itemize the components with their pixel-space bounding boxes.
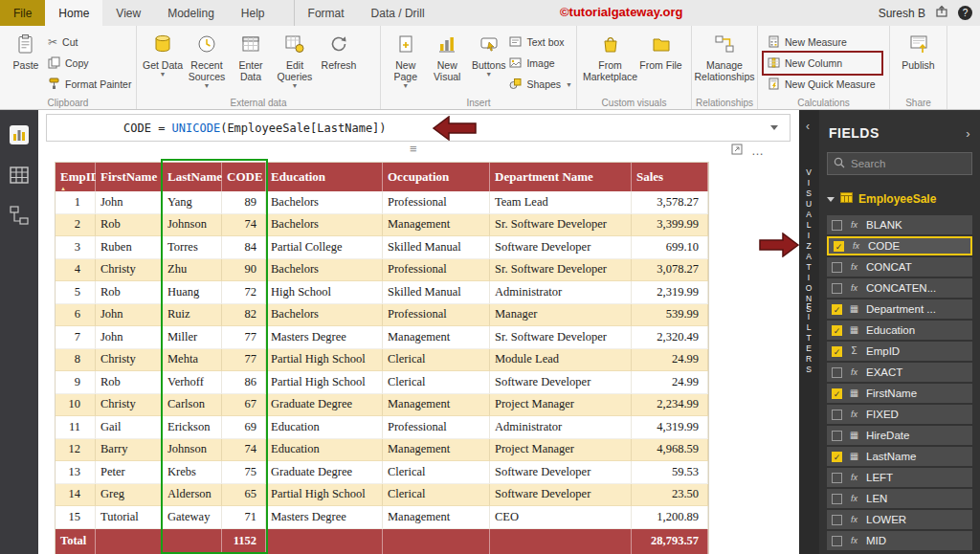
table-cell[interactable]: Manager — [490, 304, 632, 327]
text-box-button[interactable]: Text box — [509, 33, 572, 51]
new-quick-measure-button[interactable]: New Quick Measure — [768, 76, 876, 93]
table-cell[interactable]: 4,968.59 — [632, 439, 708, 462]
checkbox-unchecked[interactable] — [832, 410, 842, 420]
table-header-cell[interactable]: Department Name — [490, 163, 632, 191]
table-cell[interactable]: 3,578.27 — [632, 191, 708, 214]
tab-data-drill[interactable]: Data / Drill — [358, 0, 438, 26]
table-header-cell[interactable]: EmpID▲ — [56, 163, 96, 191]
report-view-button[interactable] — [8, 123, 31, 146]
table-row[interactable]: 2RobJohnson74BachelorsManagementSr. Soft… — [56, 214, 708, 237]
table-cell[interactable]: Tutorial — [96, 506, 163, 529]
table-row[interactable]: 4ChristyZhu90BachelorsProfessionalSr. So… — [56, 259, 708, 282]
table-cell[interactable]: 71 — [222, 506, 266, 529]
get-data-button[interactable]: Get Data▼ — [141, 29, 185, 95]
table-header-cell[interactable]: FirstName — [96, 163, 163, 191]
checkbox-unchecked[interactable] — [832, 473, 842, 483]
table-cell[interactable]: Partial High School — [266, 349, 383, 372]
table-row[interactable]: 6JohnRuiz82BachelorsProfessionalManager5… — [56, 304, 708, 327]
format-painter-button[interactable]: Format Painter — [48, 76, 131, 93]
table-row[interactable]: 12BarryJohnson74EducationManagementProje… — [56, 439, 708, 462]
table-cell[interactable]: 82 — [222, 304, 266, 327]
table-row[interactable]: 1JohnYang89BachelorsProfessionalTeam Lea… — [56, 191, 708, 214]
table-cell[interactable]: Rob — [96, 214, 163, 237]
from-file-button[interactable]: From File — [639, 29, 683, 95]
table-cell[interactable]: 3 — [56, 236, 96, 259]
table-cell[interactable]: Partial College — [266, 236, 383, 259]
focus-mode-icon[interactable] — [731, 144, 743, 158]
table-cell[interactable]: Peter — [96, 461, 163, 484]
table-cell[interactable]: Skilled Manual — [383, 236, 490, 259]
table-cell[interactable]: Gail — [96, 416, 163, 439]
table-cell[interactable]: 699.10 — [632, 236, 708, 259]
table-cell[interactable]: 5 — [56, 281, 96, 304]
copy-button[interactable]: Copy — [48, 55, 131, 72]
table-cell[interactable]: Professional — [383, 259, 490, 282]
table-cell[interactable]: 77 — [222, 349, 266, 372]
table-cell[interactable]: Torres — [163, 236, 222, 259]
table-row[interactable]: 14GregAlderson65Partial High SchoolCleri… — [56, 484, 708, 507]
checkbox-checked[interactable]: ✓ — [832, 452, 842, 462]
table-cell[interactable]: Masters Degree — [266, 326, 383, 349]
table-cell[interactable]: Partial High School — [266, 371, 383, 394]
table-cell[interactable]: Partial High School — [266, 484, 383, 507]
table-cell[interactable]: Administrator — [490, 416, 632, 439]
table-cell[interactable]: Miller — [163, 326, 222, 349]
table-cell[interactable]: Software Developer — [490, 461, 632, 484]
table-cell[interactable]: 13 — [56, 461, 96, 484]
field-item[interactable]: fxLEN — [827, 489, 972, 508]
field-item[interactable]: ✓fxCODE — [827, 236, 972, 255]
table-cell[interactable]: 65 — [222, 484, 266, 507]
table-cell[interactable]: 10 — [56, 394, 96, 417]
table-cell[interactable]: Carlson — [163, 394, 222, 417]
table-cell[interactable]: Graduate Degree — [266, 394, 383, 417]
table-cell[interactable]: 1,200.89 — [632, 506, 708, 529]
cut-button[interactable]: ✂ Cut — [48, 33, 131, 51]
table-row[interactable]: 10ChristyCarlson67Graduate DegreeManagem… — [56, 394, 708, 417]
table-cell[interactable]: CEO — [490, 506, 632, 529]
table-cell[interactable]: Administrator — [490, 281, 632, 304]
table-cell[interactable]: Bachelors — [266, 214, 383, 237]
table-cell[interactable]: Education — [266, 439, 383, 462]
table-cell[interactable]: 90 — [222, 259, 266, 282]
table-cell[interactable]: 4 — [56, 259, 96, 282]
table-cell[interactable]: 74 — [222, 439, 266, 462]
table-row[interactable]: 8ChristyMehta77Partial High SchoolCleric… — [56, 349, 708, 372]
table-cell[interactable]: 74 — [222, 214, 266, 237]
checkbox-unchecked[interactable] — [832, 515, 842, 525]
table-cell[interactable]: Barry — [96, 439, 163, 462]
fields-table-employeesale[interactable]: EmployeeSale — [819, 185, 980, 213]
table-cell[interactable]: Johnson — [163, 214, 222, 237]
field-item[interactable]: fxLOWER — [827, 510, 972, 529]
table-cell[interactable]: 6 — [56, 304, 96, 327]
table-cell[interactable]: 7 — [56, 326, 96, 349]
more-options-icon[interactable]: … — [751, 144, 764, 158]
table-visual[interactable]: EmpID▲FirstNameLastNameCODEEducationOccu… — [56, 163, 708, 554]
tab-filters[interactable]: FILTERS — [804, 301, 813, 375]
table-cell[interactable]: Team Lead — [490, 191, 632, 214]
table-row[interactable]: 5RobHuang72High SchoolSkilled ManualAdmi… — [56, 281, 708, 304]
table-cell[interactable]: 69 — [222, 416, 266, 439]
table-header-cell[interactable]: LastName — [163, 163, 222, 191]
refresh-button[interactable]: Refresh — [317, 29, 361, 95]
table-row[interactable]: 3RubenTorres84Partial CollegeSkilled Man… — [56, 236, 708, 259]
table-cell[interactable]: John — [96, 304, 163, 327]
table-cell[interactable]: Bachelors — [266, 304, 383, 327]
table-cell[interactable]: 86 — [222, 371, 266, 394]
checkbox-checked[interactable]: ✓ — [832, 346, 842, 357]
table-cell[interactable]: Ruiz — [163, 304, 222, 327]
table-cell[interactable]: 11 — [56, 416, 96, 439]
expand-collapse-icon[interactable] — [827, 197, 835, 202]
table-cell[interactable]: Skilled Manual — [383, 281, 490, 304]
shapes-button[interactable]: Shapes▼ — [509, 76, 572, 93]
tab-file[interactable]: File — [0, 0, 45, 26]
table-cell[interactable]: Bachelors — [266, 191, 383, 214]
field-item[interactable]: fxMID — [827, 531, 972, 550]
table-cell[interactable]: Mehta — [163, 349, 222, 372]
table-cell[interactable]: Huang — [163, 281, 222, 304]
table-cell[interactable]: Greg — [96, 484, 163, 507]
from-marketplace-button[interactable]: From Marketplace — [586, 29, 635, 95]
checkbox-unchecked[interactable] — [832, 494, 842, 504]
edit-queries-button[interactable]: Edit Queries▼ — [273, 29, 317, 95]
model-view-button[interactable] — [8, 204, 31, 227]
table-cell[interactable]: 2,234.99 — [632, 394, 708, 417]
